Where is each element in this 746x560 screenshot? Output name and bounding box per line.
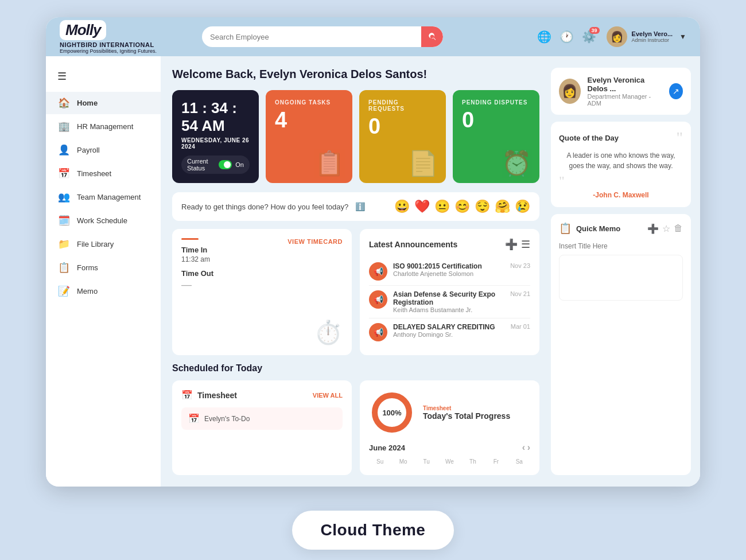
status-on-label: On bbox=[235, 161, 244, 168]
time-stat-card: 11 : 34 : 54 AM WEDNESDAY, JUNE 26 2024 … bbox=[172, 90, 259, 183]
quote-close-mark: " bbox=[559, 173, 565, 189]
ts-view-all-link[interactable]: VIEW ALL bbox=[313, 392, 343, 399]
user-name-area: Evelyn Vero... Admin Instructor bbox=[632, 30, 673, 43]
hamburger-icon[interactable]: ☰ bbox=[46, 65, 161, 91]
logo-area: Molly NIGHTBIRD INTERNATIONAL Empowering… bbox=[60, 20, 174, 54]
sidebar-label-memo: Memo bbox=[77, 287, 98, 295]
user-avatar: 👩 bbox=[607, 26, 627, 47]
ann-date-1: Nov 23 bbox=[510, 262, 530, 269]
cloud-theme-section: Cloud Theme bbox=[292, 495, 454, 560]
cal-day-th: Th bbox=[462, 457, 484, 466]
globe-icon[interactable]: 🌐 bbox=[537, 30, 551, 44]
sidebar-item-work-schedule[interactable]: 🗓️ Work Schedule bbox=[46, 209, 161, 232]
quote-author: -John C. Maxwell bbox=[559, 191, 683, 199]
calendar-days: Su Mo Tu We Th Fr Sa bbox=[369, 457, 530, 466]
header-icons: 🌐 🕐 ⚙️ 39 bbox=[537, 30, 596, 44]
time-in-label: Time In bbox=[181, 246, 343, 254]
user-info[interactable]: 👩 Evelyn Vero... Admin Instructor ▼ bbox=[607, 26, 686, 47]
sidebar-item-forms[interactable]: 📋 Forms bbox=[46, 256, 161, 279]
memo-title-input[interactable] bbox=[559, 242, 683, 250]
logo: Molly bbox=[60, 20, 106, 40]
sidebar-label-home: Home bbox=[77, 99, 98, 107]
status-label: Current Status bbox=[187, 158, 215, 172]
main-content: Welcome Back, Evelyn Veronica Delos Sant… bbox=[161, 56, 551, 487]
time-out-value: — bbox=[181, 279, 343, 291]
ann-content-2: Asian Defense & Security Expo Registrati… bbox=[393, 290, 504, 313]
quote-open-mark: " bbox=[677, 130, 683, 146]
quote-title: Quote of the Day bbox=[559, 134, 619, 142]
ann-add-btn[interactable]: ➕ bbox=[505, 238, 518, 251]
cal-day-tu: Tu bbox=[415, 457, 437, 466]
sidebar-item-memo[interactable]: 📝 Memo bbox=[46, 280, 161, 302]
memo-icon: 📝 bbox=[57, 285, 70, 297]
scheduled-title: Scheduled for Today bbox=[172, 363, 539, 374]
pending-disputes-label: PENDING DISPUTES bbox=[462, 99, 530, 106]
mood-happy[interactable]: 😀 bbox=[394, 199, 410, 214]
memo-star-btn[interactable]: ☆ bbox=[662, 223, 670, 234]
ann-date-2: Nov 21 bbox=[510, 290, 530, 297]
settings-icon[interactable]: ⚙️ 39 bbox=[582, 30, 596, 44]
search-input[interactable] bbox=[202, 33, 421, 41]
time-in-value: 11:32 am bbox=[181, 255, 343, 263]
search-button[interactable] bbox=[421, 26, 443, 47]
sidebar-item-team-management[interactable]: 👥 Team Management bbox=[46, 186, 161, 208]
mood-smile[interactable]: 😊 bbox=[454, 199, 470, 214]
ann-actions: ➕ ☰ bbox=[505, 238, 530, 251]
mood-neutral[interactable]: 😐 bbox=[434, 199, 450, 214]
pending-disputes-value: 0 bbox=[462, 109, 530, 131]
cal-day-fr: Fr bbox=[485, 457, 507, 466]
memo-body[interactable] bbox=[559, 255, 683, 301]
announcements-header: Latest Announcements ➕ ☰ bbox=[369, 238, 530, 251]
announcement-item-3: 📢 DELAYED SALARY CREDITING Anthony Domin… bbox=[369, 318, 530, 346]
requests-icon: 📄 bbox=[408, 149, 438, 177]
disputes-icon: ⏰ bbox=[502, 149, 531, 177]
mood-calm[interactable]: 😌 bbox=[475, 199, 490, 214]
announcement-item-2: 📢 Asian Defense & Security Expo Registra… bbox=[369, 286, 530, 318]
stat-cards: 11 : 34 : 54 AM WEDNESDAY, JUNE 26 2024 … bbox=[172, 90, 539, 183]
mood-hug[interactable]: 🤗 bbox=[495, 199, 510, 214]
right-panel: 👩 Evelyn Veronica Delos ... Department M… bbox=[551, 56, 700, 487]
cal-prev-btn[interactable]: ‹ bbox=[522, 442, 525, 452]
pending-requests-card: PENDING REQUESTS 0 📄 bbox=[359, 90, 446, 183]
profile-arrow-btn[interactable]: ↗ bbox=[669, 83, 683, 99]
sidebar: ☰ 🏠 Home 🏢 HR Management 👤 Payroll 📅 Tim… bbox=[46, 56, 161, 487]
cal-day-mo: Mo bbox=[392, 457, 414, 466]
quote-text: A leader is one who knows the way, goes … bbox=[559, 150, 683, 171]
ann-sub-3: Anthony Domingo Sr. bbox=[393, 331, 505, 338]
ts-item: 📅 Evelyn's To-Do bbox=[181, 407, 343, 430]
sidebar-label-file: File Library bbox=[77, 240, 114, 248]
memo-action-icons: ➕ ☆ 🗑 bbox=[647, 223, 683, 234]
announcements-card: Latest Announcements ➕ ☰ 📢 ISO 9001:2015… bbox=[360, 229, 539, 355]
profile-role: Department Manager - ADM bbox=[588, 93, 663, 107]
sidebar-label-team: Team Management bbox=[77, 193, 141, 201]
notification-badge: 39 bbox=[589, 27, 600, 34]
ann-icon-1: 📢 bbox=[369, 262, 387, 281]
sidebar-label-forms: Forms bbox=[77, 263, 98, 272]
view-timecard-link[interactable]: VIEW TIMECARD bbox=[287, 238, 343, 245]
status-toggle[interactable] bbox=[219, 160, 232, 169]
cal-next-btn[interactable]: › bbox=[527, 442, 530, 452]
time-card: VIEW TIMECARD Time In 11:32 am Time Out … bbox=[172, 229, 352, 355]
cloud-theme-label: Cloud Theme bbox=[321, 521, 426, 539]
memo-delete-btn[interactable]: 🗑 bbox=[674, 223, 683, 234]
mood-row: Ready to get things done? How do you fee… bbox=[172, 192, 539, 221]
sidebar-item-timesheet[interactable]: 📅 Timesheet bbox=[46, 162, 161, 185]
ongoing-tasks-value: 4 bbox=[275, 109, 343, 131]
memo-icon-decor: 📋 bbox=[559, 222, 572, 235]
mood-sad[interactable]: 😢 bbox=[515, 199, 530, 214]
info-icon[interactable]: ℹ️ bbox=[355, 202, 365, 211]
sidebar-item-home[interactable]: 🏠 Home bbox=[46, 92, 161, 114]
quote-card: Quote of the Day " A leader is one who k… bbox=[551, 122, 691, 207]
pending-disputes-card: PENDING DISPUTES 0 ⏰ bbox=[453, 90, 539, 183]
ann-icon-3: 📢 bbox=[369, 323, 387, 341]
sidebar-item-file-library[interactable]: 📁 File Library bbox=[46, 233, 161, 255]
time-out-label: Time Out bbox=[181, 269, 343, 278]
clock-icon[interactable]: 🕐 bbox=[560, 30, 574, 44]
sidebar-item-hr-management[interactable]: 🏢 HR Management bbox=[46, 115, 161, 138]
announcement-item-1: 📢 ISO 9001:2015 Certification Charlotte … bbox=[369, 258, 530, 286]
mood-love[interactable]: ❤️ bbox=[414, 199, 430, 214]
profile-name: Evelyn Veronica Delos ... bbox=[588, 76, 663, 93]
memo-add-btn[interactable]: ➕ bbox=[647, 223, 659, 234]
ann-list-btn[interactable]: ☰ bbox=[521, 238, 530, 251]
sidebar-item-payroll[interactable]: 👤 Payroll bbox=[46, 139, 161, 161]
